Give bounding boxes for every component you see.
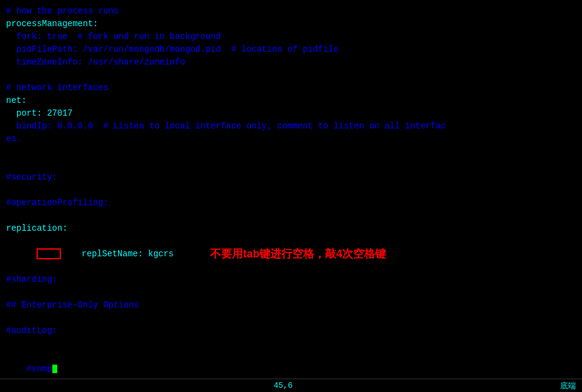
line-18-text: replSetName: kgcrs — [6, 235, 174, 273]
editor-area: # how the process runs processManagement… — [0, 0, 582, 377]
line-1: # how the process runs — [6, 5, 576, 18]
snmp-text: #snmp — [27, 364, 52, 374]
line-14 — [6, 184, 576, 197]
line-25: #snmp — [6, 350, 576, 377]
line-3: fork: true # fork and run in background — [6, 30, 576, 43]
annotation-text: 不要用tab键进行空格，敲4次空格键 — [210, 246, 386, 262]
line-16 — [6, 209, 576, 222]
red-box-indicator — [37, 248, 61, 259]
cursor — [52, 365, 57, 373]
line-5: timeZoneInfo: /usr/share/zoneinfo — [6, 56, 576, 69]
line-21: ## Enterprise-Only Options — [6, 299, 576, 312]
line-6 — [6, 69, 576, 82]
line-19: #sharding: — [6, 273, 576, 286]
line-13: #security: — [6, 171, 576, 184]
line-7: # network interfaces — [6, 82, 576, 94]
line-10-cont: es. — [6, 133, 576, 145]
line-4: pidFilePath: /var/run/mongodb/mongod.pid… — [6, 43, 576, 56]
line-8: net: — [6, 94, 576, 107]
line-17: replication: — [6, 222, 576, 235]
line-24 — [6, 337, 576, 350]
status-bar: 45,6 底端 — [0, 379, 582, 392]
line-9: port: 27017 — [6, 107, 576, 120]
line-10: bindIp: 0.0.0.0 # Listen to local interf… — [6, 120, 576, 133]
line-22 — [6, 312, 576, 324]
line-2: processManagement: — [6, 18, 576, 30]
line-20 — [6, 286, 576, 299]
line-11 — [6, 145, 576, 158]
line-12 — [6, 158, 576, 171]
cursor-position: 45,6 — [273, 381, 292, 390]
replication-set-row: replSetName: kgcrs 不要用tab键进行空格，敲4次空格键 — [6, 235, 576, 273]
line-23: #auditLog: — [6, 324, 576, 337]
editor-mode: 底端 — [560, 380, 576, 391]
line-15: #operationProfiling: — [6, 197, 576, 209]
